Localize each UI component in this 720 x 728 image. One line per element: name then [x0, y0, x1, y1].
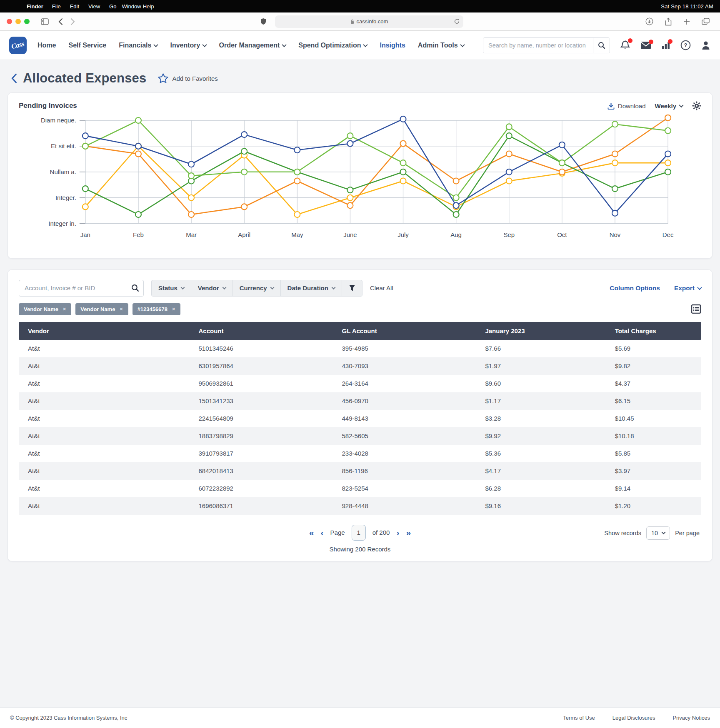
- filter-chip-2[interactable]: #123456678✕: [132, 303, 181, 315]
- reload-icon[interactable]: [454, 18, 460, 26]
- list-view-icon[interactable]: [691, 304, 701, 314]
- chip-remove-icon[interactable]: ✕: [172, 307, 175, 312]
- footer-link-terms-of-use[interactable]: Terms of Use: [563, 715, 595, 721]
- filter-dropdown-currency[interactable]: Currency: [233, 280, 281, 296]
- chart-point-orange: [294, 178, 300, 184]
- nav-item-inventory[interactable]: Inventory: [170, 42, 206, 49]
- nav-item-financials[interactable]: Financials: [119, 42, 158, 49]
- column-header-vendor[interactable]: Vendor: [19, 322, 190, 340]
- menubar-item-window[interactable]: Window: [122, 3, 141, 10]
- sidebar-toggle-icon[interactable]: [41, 18, 49, 25]
- menubar-app-name[interactable]: Finder: [27, 3, 43, 10]
- nav-item-order-management[interactable]: Order Management: [219, 42, 286, 49]
- cass-logo[interactable]: Cass: [9, 37, 27, 54]
- chart-settings-button[interactable]: [692, 101, 701, 110]
- privacy-shield-icon[interactable]: [260, 18, 266, 25]
- column-header-gl-account[interactable]: GL Account: [332, 322, 476, 340]
- per-page-select[interactable]: 10: [646, 526, 670, 540]
- messages-button[interactable]: [640, 41, 651, 50]
- first-page-button[interactable]: «: [309, 528, 314, 537]
- chip-remove-icon[interactable]: ✕: [62, 307, 66, 312]
- chevron-down-icon: [180, 285, 185, 289]
- table-cell: $3.97: [606, 462, 701, 480]
- filter-chip-0[interactable]: Vendor Name✕: [19, 303, 71, 315]
- table-row[interactable]: At&t6072232892823-5254$6.28$9.14: [19, 480, 701, 497]
- address-bar[interactable]: cassinfo.com: [275, 15, 463, 28]
- table-search: [19, 280, 144, 297]
- table-row[interactable]: At&t2241564809449-8143$3.28$10.45: [19, 410, 701, 427]
- previous-page-button[interactable]: ‹: [321, 528, 324, 537]
- table-row[interactable]: At&t9506932861264-3164$9.60$4.37: [19, 375, 701, 392]
- tab-overview-icon[interactable]: [702, 18, 710, 25]
- table-cell: $1.17: [476, 392, 605, 410]
- column-options-button[interactable]: Column Options: [610, 284, 660, 292]
- footer-link-legal-disclosures[interactable]: Legal Disclosures: [612, 715, 655, 721]
- zoom-window-button[interactable]: [24, 19, 30, 24]
- chart-title: Pending Invoices: [19, 102, 77, 110]
- chip-remove-icon[interactable]: ✕: [119, 307, 123, 312]
- profile-button[interactable]: [701, 40, 711, 50]
- nav-item-insights[interactable]: Insights: [380, 42, 405, 49]
- filter-dropdown-vendor[interactable]: Vendor: [191, 280, 233, 296]
- forward-button[interactable]: [70, 18, 75, 25]
- global-search-button[interactable]: [593, 38, 610, 53]
- chart-range-dropdown[interactable]: Weekly: [655, 102, 683, 110]
- share-icon[interactable]: [665, 17, 672, 26]
- table-cell: At&t: [19, 340, 190, 357]
- new-tab-icon[interactable]: [683, 18, 690, 25]
- filter-dropdown-status[interactable]: Status: [152, 280, 191, 296]
- menubar-item-go[interactable]: Go: [109, 3, 116, 10]
- menubar-item-view[interactable]: View: [88, 3, 100, 10]
- close-window-button[interactable]: [7, 19, 12, 24]
- table-row[interactable]: At&t1883798829582-5605$9.92$10.18: [19, 427, 701, 445]
- chart-point-amber: [347, 195, 353, 201]
- menubar-items: FileEditViewGoWindowHelp: [48, 3, 155, 10]
- page-number-input[interactable]: [352, 525, 366, 541]
- footer-link-privacy-notices[interactable]: Privacy Notices: [672, 715, 710, 721]
- x-axis-label: Nov: [610, 231, 621, 238]
- pending-invoices-chart[interactable]: Diam neque.Et sit elit.Nullam a.Integer.…: [19, 113, 701, 252]
- menubar-item-edit[interactable]: Edit: [70, 3, 79, 10]
- menubar-item-file[interactable]: File: [52, 3, 61, 10]
- next-page-button[interactable]: ›: [396, 528, 399, 537]
- menubar-item-help[interactable]: Help: [143, 3, 154, 10]
- last-page-button[interactable]: »: [406, 528, 411, 537]
- column-header-account[interactable]: Account: [190, 322, 333, 340]
- y-axis-label: Integer in.: [48, 220, 76, 227]
- table-row[interactable]: At&t5101345246395-4985$7.66$5.69: [19, 340, 701, 357]
- table-row[interactable]: At&t6301957864430-7093$1.97$9.82: [19, 357, 701, 375]
- chevron-down-icon: [679, 103, 683, 107]
- chevron-down-icon: [363, 42, 368, 47]
- help-button[interactable]: ?: [680, 40, 691, 50]
- export-label: Export: [674, 284, 695, 292]
- column-header-january-2023[interactable]: January 2023: [476, 322, 605, 340]
- back-chevron-icon[interactable]: [11, 73, 17, 84]
- chart-point-orange: [612, 151, 618, 157]
- table-cell: At&t: [19, 445, 190, 462]
- table-row[interactable]: At&t1696086371928-4448$9.16$1.20: [19, 497, 701, 515]
- add-to-favorites-button[interactable]: Add to Favorites: [158, 73, 218, 84]
- table-search-input[interactable]: [19, 284, 127, 292]
- nav-item-home[interactable]: Home: [38, 42, 56, 49]
- table-row[interactable]: At&t3910793817233-4028$5.36$5.85: [19, 445, 701, 462]
- global-search-input[interactable]: [483, 38, 593, 53]
- nav-item-admin-tools[interactable]: Admin Tools: [418, 42, 464, 49]
- table-search-button[interactable]: [127, 284, 143, 292]
- nav-item-spend-optimization[interactable]: Spend Optimization: [298, 42, 367, 49]
- nav-item-self-service[interactable]: Self Service: [68, 42, 106, 49]
- filter-dropdown-date-duration[interactable]: Date Duration: [281, 280, 342, 296]
- reports-button[interactable]: [661, 41, 670, 50]
- clear-all-button[interactable]: Clear All: [370, 284, 393, 292]
- export-button[interactable]: Export: [674, 284, 701, 292]
- table-row[interactable]: At&t6842018413856-1196$4.17$3.97: [19, 462, 701, 480]
- table-row[interactable]: At&t1501341233456-0970$1.17$6.15: [19, 392, 701, 410]
- minimize-window-button[interactable]: [15, 19, 21, 24]
- filter-chip-1[interactable]: Vendor Name✕: [75, 303, 128, 315]
- table-cell: $1.20: [606, 497, 701, 515]
- back-button[interactable]: [58, 18, 63, 25]
- chart-download-button[interactable]: Download: [608, 102, 646, 110]
- downloads-icon[interactable]: [645, 17, 653, 25]
- notifications-button[interactable]: [620, 40, 630, 51]
- filter-funnel-button[interactable]: [342, 280, 362, 296]
- column-header-total-charges[interactable]: Total Charges: [606, 322, 701, 340]
